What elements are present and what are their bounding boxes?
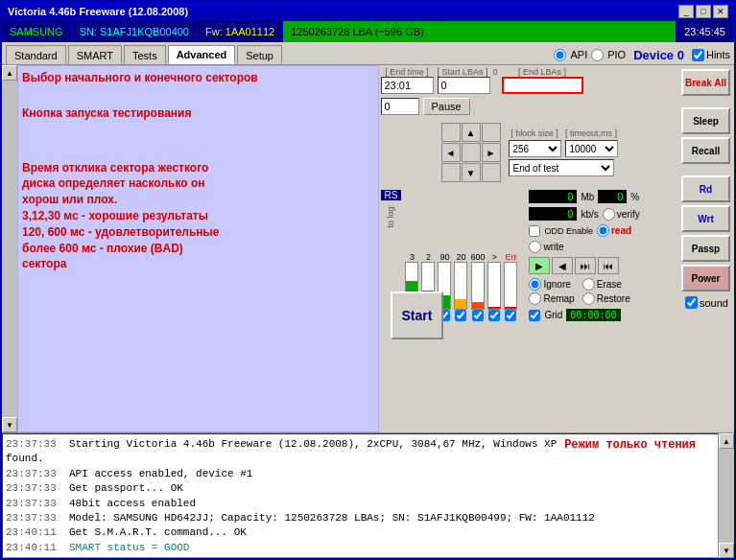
api-radio[interactable]	[554, 49, 566, 61]
end-button[interactable]: ⏮	[598, 257, 619, 274]
write-radio[interactable]	[529, 241, 541, 253]
odd-enable-checkbox[interactable]	[529, 225, 540, 237]
kbs-display: 0	[529, 207, 577, 221]
block-timeout-labels: [ block size ] [ timeout,ms ]	[509, 128, 618, 138]
block-size-label: [ block size ]	[509, 128, 561, 138]
log-section: Режим только чтения 23:37:33 Starting Vi…	[2, 432, 734, 558]
dpad-up-button[interactable]: ▲	[462, 123, 481, 142]
timeout-label: [ timeout,ms ]	[565, 128, 618, 138]
power-button[interactable]: Power	[681, 265, 730, 292]
log-line-2: 23:37:33 API access enabled, device #1	[6, 467, 715, 481]
bar-err: Err	[504, 252, 517, 321]
stop-button[interactable]: ◀	[552, 257, 573, 274]
start-lba-group: [ Start LBAs ] 0	[438, 67, 498, 94]
lba-row-top: [ End time ] [ Start LBAs ] 0 [ End LBAs…	[381, 67, 677, 94]
break-all-button[interactable]: Break All	[681, 69, 730, 96]
brand-segment: SAMSUNG	[2, 21, 72, 42]
sleep-button[interactable]: Sleep	[681, 107, 730, 134]
grid-label: Grid	[544, 310, 562, 320]
passp-button[interactable]: Passp	[681, 235, 730, 262]
grid-display: 00:00:00	[566, 309, 620, 321]
mb-row: 0 Mb 0 %	[529, 190, 639, 203]
scroll-down-button[interactable]: ▼	[2, 417, 17, 432]
log-scroll-track	[719, 449, 734, 543]
scroll-up-button[interactable]: ▲	[2, 65, 17, 81]
grid-checkbox[interactable]	[529, 310, 540, 321]
tab-standard[interactable]: Standard	[6, 45, 66, 64]
pio-radio[interactable]	[591, 49, 604, 61]
timeout-select[interactable]: 10000	[565, 140, 618, 157]
log-scroll-up[interactable]: ▲	[719, 433, 734, 449]
pause-button[interactable]: Pause	[423, 98, 470, 115]
erase-radio[interactable]	[582, 278, 595, 291]
controls-column: [ End time ] [ Start LBAs ] 0 [ End LBAs…	[381, 67, 677, 431]
block-timeout-inputs: 256 10000	[509, 140, 618, 157]
lba-segment: 1250263728 LBA (~596 GB)	[283, 21, 677, 42]
main-window: Victoria 4.46b Freeware (12.08.2008) _ □…	[0, 0, 736, 560]
read-option: read	[597, 224, 631, 237]
right-buttons: Break All Sleep Recall Rd Wrt Passp Powe…	[679, 67, 732, 431]
minimize-button[interactable]: _	[678, 5, 694, 18]
annotation-text-1: Выбор начального и конечного секторов	[22, 70, 374, 86]
rd-button[interactable]: Rd	[681, 175, 730, 202]
api-pio-group: API PIO	[554, 49, 626, 61]
tabs-row: Standard SMART Tests Advanced Setup API …	[2, 42, 734, 65]
bar-gt: >	[487, 252, 501, 321]
block-size-select[interactable]: 256	[509, 140, 561, 157]
tab-setup[interactable]: Setup	[237, 45, 282, 64]
sn-segment: SN: S1AFJ1KQB00400	[72, 21, 198, 42]
sound-checkbox[interactable]	[685, 296, 698, 309]
read-only-annotation: Режим только чтения	[564, 437, 696, 454]
start-lba-input[interactable]	[438, 77, 490, 94]
tab-advanced[interactable]: Advanced	[168, 45, 236, 64]
log-scroll-down[interactable]: ▼	[719, 543, 734, 558]
mb-display: 0	[529, 190, 577, 203]
end-lba-input[interactable]: 1250263727	[502, 77, 583, 94]
end-time-input[interactable]	[381, 77, 434, 94]
playback-controls: ▶ ◀ ⏭ ⏮	[529, 257, 639, 274]
bar-600-track	[471, 262, 485, 310]
end-lba-label: [ End LBAs ]	[502, 67, 583, 77]
end-test-select[interactable]: End of test	[509, 159, 614, 176]
log-line-7: 23:40:11 SMART status = GOOD	[6, 541, 715, 555]
bar-600-checkbox[interactable]	[472, 310, 484, 321]
bar-20-fill	[455, 299, 466, 309]
dpad-center	[462, 143, 481, 162]
tab-tests[interactable]: Tests	[124, 45, 166, 64]
start-button[interactable]: Start	[391, 292, 443, 339]
dpad-right-button[interactable]: ►	[482, 143, 501, 162]
status-section: 0 Mb 0 % 0 kb/s verify	[529, 190, 639, 321]
remap-radio[interactable]	[529, 292, 541, 305]
close-button[interactable]: ✕	[713, 5, 728, 18]
bar-90-label: 90	[439, 252, 449, 262]
annotation-area: Выбор начального и конечного секторов Кн…	[17, 65, 379, 432]
bar-20-checkbox[interactable]	[455, 310, 466, 321]
lba-row-second: Pause	[381, 98, 677, 115]
bar-20-label: 20	[456, 252, 465, 262]
ignore-radio[interactable]	[529, 278, 541, 291]
write-option: write	[529, 241, 563, 253]
wrt-button[interactable]: Wrt	[681, 205, 730, 232]
odd-enable-label: ODD Enable	[544, 226, 593, 236]
rs-label: RS	[381, 190, 402, 200]
restore-option: Restore	[582, 292, 630, 305]
read-radio[interactable]	[597, 224, 609, 237]
hints-checkbox[interactable]	[692, 49, 704, 61]
tab-smart[interactable]: SMART	[68, 45, 122, 64]
dpad-down-button[interactable]: ▼	[462, 163, 481, 182]
bar-err-checkbox[interactable]	[505, 310, 516, 321]
play-button[interactable]: ▶	[529, 257, 550, 274]
restore-radio[interactable]	[582, 292, 595, 305]
recall-button[interactable]: Recall	[681, 137, 730, 164]
main-area: ▲ ▼ Выбор начального и конечного секторо…	[2, 65, 734, 432]
info-bar: SAMSUNG SN: S1AFJ1KQB00400 Fw: 1AA01112 …	[2, 21, 734, 42]
forward-button[interactable]: ⏭	[575, 257, 596, 274]
device-label: Device 0	[633, 48, 684, 62]
verify-radio[interactable]	[603, 208, 615, 221]
secondary-input[interactable]	[381, 98, 419, 115]
dpad-left-button[interactable]: ◄	[441, 143, 461, 162]
bar-3-label: 3	[410, 252, 415, 262]
bar-gt-checkbox[interactable]	[488, 310, 500, 321]
maximize-button[interactable]: □	[696, 5, 711, 18]
time-segment: 23:45:45	[677, 21, 734, 42]
